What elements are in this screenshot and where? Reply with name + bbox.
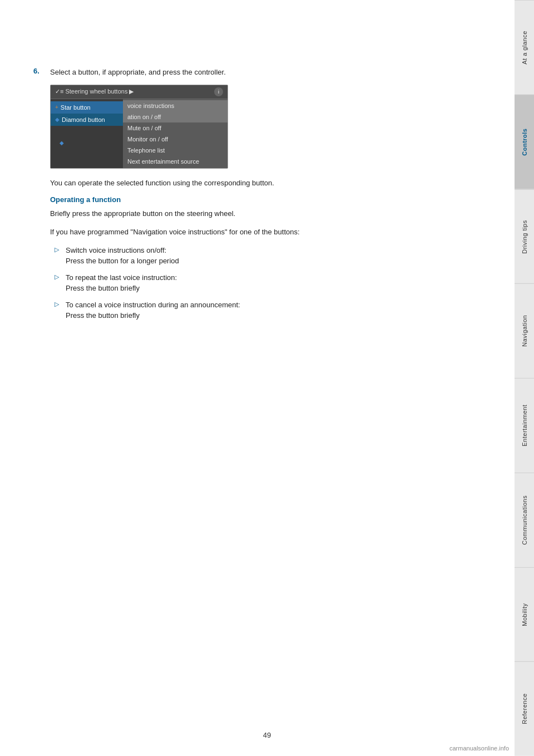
diamond2-icon: ◆ [60, 140, 64, 146]
para3: If you have programmed "Navigation voice… [50, 227, 462, 238]
ui-header: ✓≡ Steering wheel buttons ▶ i [51, 85, 228, 99]
menu-voice-instructions[interactable]: voice instructions [123, 100, 228, 111]
tab-driving-tips[interactable]: Driving tips [515, 189, 534, 284]
star-icon: + [55, 104, 58, 110]
menu-monitor[interactable]: Monitor on / off [123, 134, 228, 145]
sidebar-empty1 [51, 126, 123, 137]
para1: You can operate the selected function us… [50, 178, 462, 189]
menu-ation-on-off[interactable]: ation on / off [123, 111, 228, 122]
menu-entertainment[interactable]: Next entertainment source [123, 156, 228, 167]
ui-mockup: ✓≡ Steering wheel buttons ▶ i + Star but… [50, 85, 228, 169]
tab-reference-label: Reference [521, 694, 528, 724]
bullet-main-1: Switch voice instructions on/off: [66, 246, 166, 254]
bullet-content-1: Switch voice instructions on/off: Press … [66, 245, 179, 267]
tab-entertainment[interactable]: Entertainment [515, 378, 534, 473]
bullet-sub-2: Press the button briefly [66, 284, 140, 292]
bullet-main-3: To cancel a voice instruction during an … [66, 301, 240, 309]
tab-navigation-label: Navigation [521, 315, 528, 347]
ui-body: + Star button ◆ Diamond button ◆ [51, 99, 228, 168]
main-content: 6. Select a button, if appropriate, and … [33, 67, 495, 336]
step-text: Select a button, if appropriate, and pre… [50, 67, 462, 78]
diamond-icon: ◆ [55, 116, 60, 122]
bullet-item-1: ▷ Switch voice instructions on/off: Pres… [55, 245, 462, 267]
right-tabs: At a glance Controls Driving tips Naviga… [515, 0, 534, 756]
sidebar-star-button[interactable]: + Star button [51, 101, 123, 114]
step-number: 6. [33, 67, 44, 327]
sidebar-diamond-button[interactable]: ◆ Diamond button [51, 114, 123, 126]
tab-communications[interactable]: Communications [515, 473, 534, 567]
bullet-list: ▷ Switch voice instructions on/off: Pres… [55, 245, 462, 321]
bullet-sub-3: Press the button briefly [66, 311, 140, 320]
page-number: 49 [263, 731, 271, 739]
section-heading: Operating a function [50, 195, 462, 204]
bullet-item-3: ▷ To cancel a voice instruction during a… [55, 300, 462, 321]
tab-entertainment-label: Entertainment [521, 405, 528, 446]
tab-driving-tips-label: Driving tips [521, 220, 528, 253]
tab-communications-label: Communications [521, 495, 528, 545]
sidebar-diamond2[interactable]: ◆ [51, 137, 123, 149]
tab-navigation[interactable]: Navigation [515, 283, 534, 378]
bullet-content-3: To cancel a voice instruction during an … [66, 300, 240, 321]
bullet-main-2: To repeat the last voice instruction: [66, 273, 177, 282]
tab-at-a-glance[interactable]: At a glance [515, 0, 534, 95]
watermark: carmanualsonline.info [449, 745, 509, 752]
step-content: Select a button, if appropriate, and pre… [50, 67, 462, 327]
bullet-sub-1: Press the button for a longer period [66, 257, 179, 265]
ui-badge: i [214, 87, 223, 96]
menu-telephone[interactable]: Telephone list [123, 145, 228, 156]
tab-controls[interactable]: Controls [515, 95, 534, 189]
bullet-item-2: ▷ To repeat the last voice instruction: … [55, 272, 462, 294]
ui-sidebar: + Star button ◆ Diamond button ◆ [51, 99, 123, 168]
bullet-content-2: To repeat the last voice instruction: Pr… [66, 272, 177, 294]
ui-header-title: ✓≡ Steering wheel buttons ▶ [55, 88, 134, 95]
tab-at-a-glance-label: At a glance [521, 31, 528, 65]
tab-mobility-label: Mobility [521, 603, 528, 626]
tab-reference[interactable]: Reference [515, 661, 534, 756]
step-6: 6. Select a button, if appropriate, and … [33, 67, 462, 327]
para2: Briefly press the appropriate button on … [50, 208, 462, 220]
bullet-arrow-2: ▷ [55, 273, 61, 281]
ui-menu: voice instructions ation on / off Mute o… [123, 99, 228, 168]
bullet-arrow-3: ▷ [55, 301, 61, 308]
diamond-label: Diamond button [62, 116, 105, 123]
star-label: Star button [61, 104, 91, 111]
menu-mute[interactable]: Mute on / off [123, 122, 228, 134]
bullet-arrow-1: ▷ [55, 246, 61, 253]
ui-header-text: ✓≡ Steering wheel buttons ▶ [55, 88, 134, 95]
tab-mobility[interactable]: Mobility [515, 567, 534, 662]
tab-controls-label: Controls [521, 129, 528, 156]
